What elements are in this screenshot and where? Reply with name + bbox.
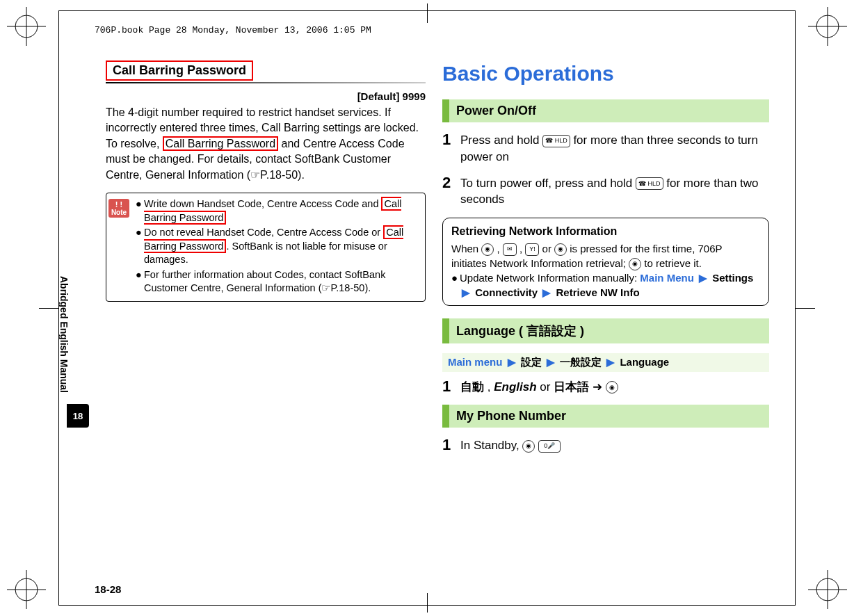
registration-mark-icon	[808, 570, 847, 609]
text: Press and hold	[460, 133, 542, 147]
step-language: 1 自動 , English or 日本語 ➜ ◉	[442, 379, 769, 396]
heading-call-barring: Call Barring Password	[106, 60, 253, 81]
note-bullet: ● Write down Handset Code, Centre Access…	[136, 197, 421, 225]
center-key-icon: ◉	[606, 381, 618, 394]
note-badge-icon: ! ! Note	[108, 199, 129, 218]
chevron-right-icon: ▶	[506, 356, 518, 368]
registration-mark-icon	[7, 570, 46, 609]
option-japanese: 日本語	[554, 380, 589, 394]
info-bullet: ● Update Network Information manually: M…	[451, 270, 760, 300]
chapter-tab: 18	[67, 404, 89, 428]
menu-path-item: Language	[620, 356, 669, 368]
highlighted-term: Call Barring Password	[163, 136, 278, 151]
step-1: 1 Press and hold ☎ HLD for more than thr…	[442, 132, 769, 165]
menu-path-item: Retrieve NW Info	[556, 286, 640, 298]
info-box: Retrieving Network Information When ◉ , …	[442, 218, 769, 305]
menu-path-item: Settings	[712, 272, 753, 284]
divider	[106, 82, 426, 83]
text: To turn power off, press and hold	[460, 177, 636, 190]
mail-key-icon: ✉	[503, 243, 517, 256]
zero-key-icon: 0🎤	[538, 440, 561, 453]
step-2: 2 To turn power off, press and hold ☎ HL…	[442, 175, 769, 209]
info-line: When ◉ , ✉ , Y! or ◉ is pressed for the …	[451, 241, 760, 270]
note-label: Note	[111, 209, 127, 216]
text: ,	[519, 243, 525, 254]
heading-language: Language ( 言語設定 )	[442, 318, 769, 343]
default-value: [Default] 9999	[106, 90, 426, 102]
registration-mark-icon	[808, 7, 847, 46]
text: Update Network Information manually:	[460, 272, 640, 284]
text: ,	[497, 243, 503, 254]
chevron-right-icon: ▶	[460, 286, 472, 298]
soft-key-icon: ◉	[554, 243, 567, 256]
chevron-right-icon: ▶	[545, 356, 557, 368]
note-box: ! ! Note ● Write down Handset Code, Cent…	[106, 193, 426, 302]
side-label: Abridged English Manual	[58, 276, 70, 393]
text: ,	[488, 380, 494, 394]
center-key-icon: ◉	[629, 258, 641, 270]
phone-hold-key-icon: ☎ HLD	[542, 135, 570, 147]
menu-path-item: Main Menu	[640, 272, 694, 284]
arrow-right-icon: ➜	[593, 380, 606, 394]
text: or	[542, 243, 555, 254]
menu-path-item: 設定	[521, 356, 542, 368]
step-phone: 1 In Standby, ◉ 0🎤	[442, 437, 769, 454]
chevron-right-icon: ▶	[697, 272, 709, 284]
crop-tick	[427, 593, 428, 613]
menu-path-item: Connectivity	[475, 286, 538, 298]
crop-tick	[427, 3, 428, 23]
menu-path-item: Main menu	[448, 356, 502, 368]
info-title: Retrieving Network Information	[451, 224, 760, 239]
text: For further information about Codes, con…	[144, 268, 421, 295]
print-header: 706P.book Page 28 Monday, November 13, 2…	[95, 25, 784, 35]
chevron-right-icon: ▶	[604, 356, 617, 368]
text: Write down Handset Code, Centre Access C…	[144, 198, 381, 209]
registration-mark-icon	[7, 7, 46, 46]
center-key-icon: ◉	[522, 440, 535, 453]
body-paragraph: The 4-digit number required to restrict …	[106, 105, 426, 183]
note-bullet: ● For further information about Codes, c…	[136, 268, 421, 295]
center-key-icon: ◉	[481, 243, 494, 256]
crop-tick	[796, 308, 815, 309]
page-number: 18-28	[95, 583, 121, 595]
yahoo-key-icon: Y!	[525, 243, 539, 256]
note-bangs: ! !	[108, 200, 129, 209]
crop-tick	[39, 308, 58, 309]
menu-path-item: 一般設定	[560, 356, 602, 368]
chevron-right-icon: ▶	[540, 286, 553, 298]
text: to retrieve it.	[644, 257, 702, 269]
phone-hold-key-icon: ☎ HLD	[636, 177, 663, 190]
text: In Standby,	[460, 439, 522, 452]
text: Do not reveal Handset Code, Centre Acces…	[144, 227, 383, 238]
main-title: Basic Operations	[442, 62, 769, 86]
heading-my-phone-number: My Phone Number	[442, 405, 769, 428]
option-english: English	[494, 380, 536, 394]
note-bullet: ● Do not reveal Handset Code, Centre Acc…	[136, 226, 421, 267]
text: When	[451, 243, 481, 254]
heading-power: Power On/Off	[442, 99, 769, 122]
option-auto: 自動	[460, 380, 484, 394]
text: or	[540, 380, 554, 394]
menu-path-bar: Main menu ▶ 設定 ▶ 一般設定 ▶ Language	[442, 353, 769, 372]
